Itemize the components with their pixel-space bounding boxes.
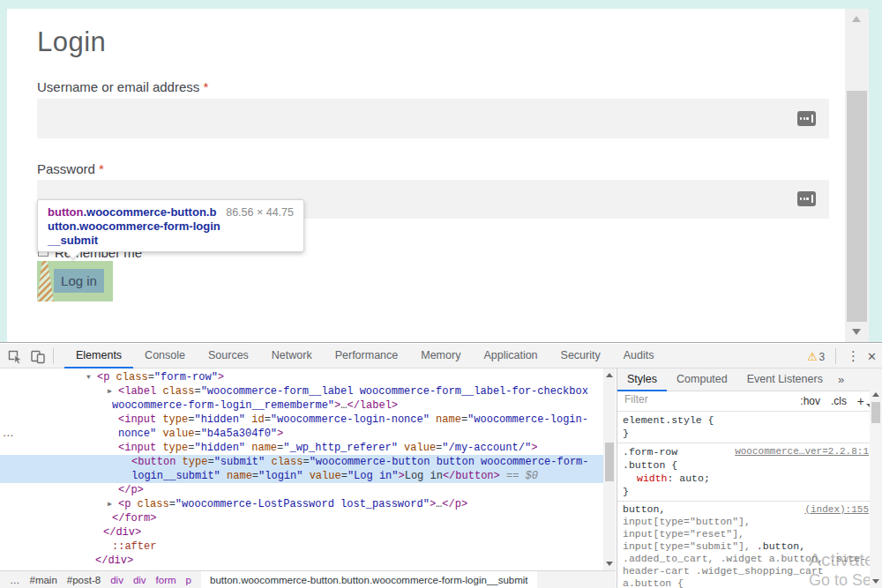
style-rule-line[interactable]: input[type="reset"], <box>617 528 871 540</box>
screen: Login Username or email address * Passwo… <box>0 0 882 588</box>
style-rule-line[interactable]: } <box>617 427 871 440</box>
code-token: = <box>303 456 309 468</box>
new-style-rule-button[interactable]: + <box>857 394 864 408</box>
scroll-up-icon[interactable] <box>852 16 861 22</box>
tab-elements[interactable]: Elements <box>64 344 133 368</box>
dom-node-line[interactable]: </p> <box>0 483 603 497</box>
style-rule-line[interactable]: .form-rowwoocommerce…ver=2.2.8:1 <box>617 445 871 458</box>
dom-node-line[interactable]: woocommerce-form-login__rememberme">…</l… <box>0 398 603 413</box>
scrollbar-thumb[interactable] <box>871 402 880 423</box>
dom-node-line[interactable]: </div> <box>0 525 603 540</box>
disclosure-open-icon[interactable]: ▼ <box>86 370 91 384</box>
scroll-down-icon[interactable] <box>606 562 613 566</box>
code-token: value <box>162 428 194 440</box>
password-label-text: Password <box>37 161 99 176</box>
tab-security[interactable]: Security <box>549 344 612 368</box>
style-rule-line[interactable]: input[type="button"], <box>617 516 871 528</box>
dom-node-line[interactable]: </div> <box>0 554 603 568</box>
more-tabs-icon[interactable]: » <box>833 373 849 386</box>
dom-node-line[interactable]: </form> <box>0 511 603 525</box>
tab-console[interactable]: Console <box>133 344 197 368</box>
code-token: > <box>399 470 405 482</box>
tab-event-listeners[interactable]: Event Listeners <box>737 368 833 391</box>
scroll-down-icon[interactable] <box>872 579 879 584</box>
scroll-up-icon[interactable] <box>606 373 613 377</box>
kebab-menu-icon[interactable]: ⋮ <box>847 348 860 364</box>
crumb-[interactable]: … <box>10 575 20 585</box>
style-rule-line[interactable]: input[type="submit"], .button, <box>617 540 871 553</box>
scroll-up-icon[interactable] <box>872 392 879 397</box>
crumb-div[interactable]: div <box>133 575 146 585</box>
dom-node-line[interactable]: nonce" value="b4a5a304f0"> <box>0 427 603 441</box>
style-rule-line[interactable]: width: auto; <box>617 472 871 485</box>
username-input[interactable] <box>37 99 829 138</box>
password-manager-icon[interactable] <box>797 111 816 126</box>
style-rule-line[interactable]: .added_to_cart, .widget a.button, .site- <box>617 553 871 565</box>
filter-input[interactable] <box>624 393 757 406</box>
code-token: "_wp_http_referer" <box>283 442 398 454</box>
warning-badge[interactable]: ⚠ 3 <box>807 348 825 364</box>
tooltip-selector-line1: .woocommerce-button.b <box>83 205 216 219</box>
password-manager-icon[interactable] <box>797 191 816 206</box>
login-button[interactable]: Log in <box>54 269 104 293</box>
page-scrollbar[interactable] <box>845 9 869 342</box>
node-menu-ellipsis[interactable]: ⋯ <box>3 429 12 443</box>
device-toolbar-icon[interactable] <box>26 345 49 368</box>
dom-node-line[interactable]: <button type="submit" class="woocommerce… <box>0 455 603 469</box>
tab-performance[interactable]: Performance <box>324 344 410 368</box>
styles-scrollbar[interactable] <box>870 389 882 588</box>
tooltip-selector-line2: utton.woocommerce-form-login <box>48 220 220 233</box>
crumb-form[interactable]: form <box>156 575 176 585</box>
code-token: > <box>531 442 537 454</box>
stylesheet-link[interactable]: (index):155 <box>804 503 869 516</box>
style-rule-line[interactable]: a.button { <box>617 577 871 588</box>
style-rule: button,(index):155input[type="button"],i… <box>617 502 871 588</box>
code-token: id <box>251 413 264 426</box>
style-rule-line[interactable]: } <box>617 485 871 498</box>
code-token <box>303 470 309 482</box>
scroll-down-icon[interactable] <box>852 329 861 335</box>
style-rule-line[interactable]: button,(index):155 <box>617 503 871 516</box>
page-title: Login <box>37 26 106 58</box>
disclosure-closed-icon[interactable]: ▶ <box>108 497 112 511</box>
dom-node-line[interactable]: ▶<label class="woocommerce-form__label w… <box>0 384 603 398</box>
code-token: <input <box>118 442 162 454</box>
code-token: "b4a5a304f0" <box>201 428 277 440</box>
style-rule-line[interactable]: header-cart .widget_shopping_cart <box>617 565 871 577</box>
tab-styles[interactable]: Styles <box>617 368 667 391</box>
code-token: value <box>310 470 341 482</box>
crumb-#post8[interactable]: #post-8 <box>67 575 101 585</box>
scrollbar-thumb[interactable] <box>605 443 614 481</box>
crumb-div[interactable]: div <box>110 575 123 585</box>
dom-node-line[interactable]: ▶<p class="woocommerce-LostPassword lost… <box>0 497 603 511</box>
elements-scrollbar[interactable] <box>603 368 616 570</box>
crumb-selected[interactable]: button.woocommerce-button.button.woocomm… <box>201 571 537 588</box>
dom-node-line[interactable]: <input type="hidden" name="_wp_http_refe… <box>0 441 603 455</box>
inspect-element-icon[interactable] <box>4 345 26 368</box>
pseudo-state-toggle[interactable]: :hov <box>800 395 820 407</box>
styles-rules: element.style {}.form-rowwoocommerce…ver… <box>617 412 871 588</box>
style-rule-line[interactable]: element.style { <box>617 413 871 427</box>
code-token: "woocommerce-login- <box>467 413 588 426</box>
class-toggle[interactable]: .cls <box>831 395 847 407</box>
tab-sources[interactable]: Sources <box>197 344 260 368</box>
disclosure-closed-icon[interactable]: ▶ <box>108 384 112 398</box>
dom-node-line[interactable]: ::after <box>0 540 603 554</box>
crumb-p[interactable]: p <box>186 575 191 585</box>
tab-application[interactable]: Application <box>472 344 549 368</box>
tab-network[interactable]: Network <box>260 344 324 368</box>
scrollbar-thumb[interactable] <box>847 91 867 322</box>
required-asterisk: * <box>99 161 104 176</box>
tab-audits[interactable]: Audits <box>612 344 666 368</box>
code-token: = <box>207 456 213 468</box>
crumb-#main[interactable]: #main <box>30 575 57 585</box>
dom-node-line[interactable]: login__submit" name="login" value="Log i… <box>0 469 603 483</box>
stylesheet-link[interactable]: woocommerce…ver=2.2.8:1 <box>735 445 869 458</box>
tab-memory[interactable]: Memory <box>409 344 472 368</box>
dom-node-line[interactable]: ▼<p class="form-row"> <box>0 370 603 384</box>
code-token: = <box>341 470 348 482</box>
close-devtools-icon[interactable]: ✕ <box>867 350 877 363</box>
tab-computed[interactable]: Computed <box>667 368 737 391</box>
style-rule-line[interactable]: .button { <box>617 458 871 472</box>
dom-node-line[interactable]: <input type="hidden" id="woocommerce-log… <box>0 413 603 427</box>
